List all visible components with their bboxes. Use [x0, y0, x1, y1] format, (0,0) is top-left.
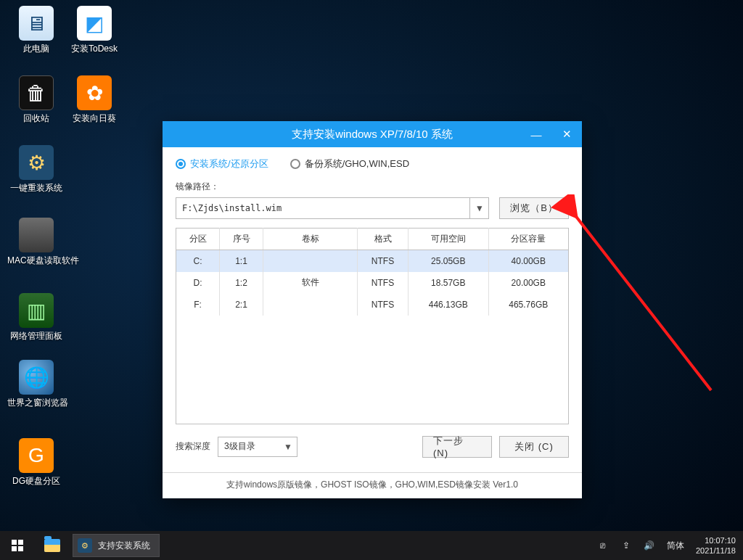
icon-label: 回收站	[7, 113, 65, 123]
table-cell: NTFS	[358, 272, 409, 294]
table-row[interactable]: D:1:2软件NTFS18.57GB20.00GB	[176, 272, 569, 294]
windows-logo-icon	[12, 540, 23, 551]
table-cell: 25.05GB	[409, 250, 489, 272]
table-row[interactable]: F:2:1NTFS446.13GB465.76GB	[176, 294, 569, 316]
th-free: 可用空间	[409, 228, 489, 250]
radio-label: 备份系统/GHO,WIN,ESD	[305, 157, 409, 170]
icon-label: 网络管理面板	[7, 331, 65, 341]
bars-icon: ▥	[19, 293, 54, 328]
ime-indicator[interactable]: 简体	[667, 540, 684, 552]
th-idx: 序号	[220, 228, 263, 250]
table-row[interactable]: C:1:1NTFS25.05GB40.00GB	[176, 250, 569, 272]
desktop-icon-todesk[interactable]: ◩ 安装ToDesk	[65, 6, 123, 54]
search-depth-value: 3级目录	[224, 440, 255, 453]
close-window-button[interactable]: ✕	[551, 121, 582, 147]
table-cell	[263, 294, 358, 316]
icon-label: MAC硬盘读取软件	[7, 255, 65, 265]
folder-icon	[44, 539, 60, 552]
table-cell: C:	[176, 250, 220, 272]
radio-install-restore[interactable]: 安装系统/还原分区	[176, 157, 268, 170]
table-empty-area	[176, 316, 569, 424]
dg-icon: G	[19, 438, 54, 473]
search-depth-select[interactable]: 3级目录 ▼	[218, 437, 297, 457]
table-cell: NTFS	[358, 294, 409, 316]
desktop-icon-world-browser[interactable]: 🌐 世界之窗浏览器	[7, 360, 65, 408]
image-path-select[interactable]: F:\Zjds\install.wim ▼	[176, 197, 489, 219]
svg-rect-3	[12, 546, 17, 551]
th-size: 分区容量	[488, 228, 569, 250]
table-cell: NTFS	[358, 250, 409, 272]
image-path-value: F:\Zjds\install.wim	[182, 203, 282, 213]
taskbar-app-installer[interactable]: ⚙ 支持安装系统	[73, 534, 160, 557]
todesk-icon: ◩	[77, 6, 112, 41]
table-cell: 465.76GB	[488, 294, 569, 316]
taskbar-app-label: 支持安装系统	[98, 540, 150, 552]
table-cell: 40.00GB	[488, 250, 569, 272]
table-cell: 20.00GB	[488, 272, 569, 294]
volume-icon[interactable]: 🔊	[644, 540, 655, 551]
svg-rect-2	[18, 540, 23, 545]
partition-table[interactable]: 分区 序号 卷标 格式 可用空间 分区容量 C:1:1NTFS25.05GB40…	[176, 228, 569, 316]
monitor-icon: 🖥	[19, 6, 54, 41]
icon-label: DG硬盘分区	[7, 476, 65, 486]
gears-icon: ⚙	[78, 538, 92, 553]
radio-dot-icon	[290, 159, 300, 169]
radio-backup[interactable]: 备份系统/GHO,WIN,ESD	[290, 157, 409, 170]
table-cell: 446.13GB	[409, 294, 489, 316]
table-cell: 2:1	[220, 294, 263, 316]
desktop-icon-mac-read[interactable]: MAC硬盘读取软件	[7, 218, 65, 265]
globe-icon: 🌐	[19, 360, 54, 395]
system-tray: ⎚ ⇪ 🔊 简体 10:07:10 2021/11/18	[590, 531, 743, 560]
recycle-bin-icon: 🗑	[19, 75, 54, 110]
th-vol: 卷标	[263, 228, 358, 250]
svg-rect-1	[12, 540, 17, 545]
sunflower-icon: ✿	[77, 75, 112, 110]
chevron-down-icon: ▼	[284, 442, 292, 452]
usb-icon[interactable]: ⇪	[620, 540, 632, 551]
icon-label: 世界之窗浏览器	[7, 398, 65, 408]
icon-label: 安装ToDesk	[65, 44, 123, 54]
close-button[interactable]: 关闭 (C)	[499, 436, 569, 458]
radio-label: 安装系统/还原分区	[190, 157, 268, 170]
apple-icon	[19, 218, 54, 252]
file-explorer-button[interactable]	[35, 531, 70, 560]
radio-dot-icon	[176, 159, 186, 169]
taskbar: ⚙ 支持安装系统 ⎚ ⇪ 🔊 简体 10:07:10 2021/11/18	[0, 531, 743, 560]
chevron-down-icon: ▼	[469, 198, 488, 218]
desktop-icon-net-panel[interactable]: ▥ 网络管理面板	[7, 293, 65, 341]
table-header-row: 分区 序号 卷标 格式 可用空间 分区容量	[176, 228, 569, 250]
clock-date: 2021/11/18	[696, 545, 736, 556]
window-title: 支持安装windows XP/7/8/10 系统	[292, 128, 453, 141]
desktop-icon-reinstall[interactable]: ⚙ 一键重装系统	[7, 145, 65, 193]
table-cell: 1:1	[220, 250, 263, 272]
window-footer: 支持windows原版镜像，GHOST ISO镜像，GHO,WIM,ESD镜像安…	[163, 472, 582, 498]
gears-icon: ⚙	[19, 145, 54, 180]
desktop-icon-this-pc[interactable]: 🖥 此电脑	[7, 6, 65, 54]
th-part: 分区	[176, 228, 220, 250]
desktop-icon-sunflower[interactable]: ✿ 安装向日葵	[65, 75, 123, 123]
window-titlebar[interactable]: 支持安装windows XP/7/8/10 系统 — ✕	[163, 121, 582, 147]
icon-label: 一键重装系统	[7, 183, 65, 193]
table-cell: D:	[176, 272, 220, 294]
network-icon[interactable]: ⎚	[597, 540, 609, 551]
table-cell: F:	[176, 294, 220, 316]
clock[interactable]: 10:07:10 2021/11/18	[696, 535, 736, 556]
table-cell	[263, 250, 358, 272]
clock-time: 10:07:10	[696, 535, 736, 545]
desktop-icon-dg[interactable]: G DG硬盘分区	[7, 438, 65, 486]
desktop-icon-recycle-bin[interactable]: 🗑 回收站	[7, 75, 65, 123]
start-button[interactable]	[0, 531, 35, 560]
table-cell: 18.57GB	[409, 272, 489, 294]
table-cell: 1:2	[220, 272, 263, 294]
icon-label: 此电脑	[7, 44, 65, 54]
next-button[interactable]: 下一步 (N)	[422, 436, 492, 458]
minimize-button[interactable]: —	[521, 121, 551, 147]
search-depth-label: 搜索深度	[176, 440, 210, 453]
browse-button[interactable]: 浏览（B）	[499, 197, 569, 219]
path-label: 镜像路径：	[176, 181, 569, 193]
th-fmt: 格式	[358, 228, 409, 250]
svg-rect-4	[18, 546, 23, 551]
icon-label: 安装向日葵	[65, 113, 123, 123]
installer-window: 支持安装windows XP/7/8/10 系统 — ✕ 安装系统/还原分区 备…	[163, 121, 582, 498]
table-cell: 软件	[263, 272, 358, 294]
